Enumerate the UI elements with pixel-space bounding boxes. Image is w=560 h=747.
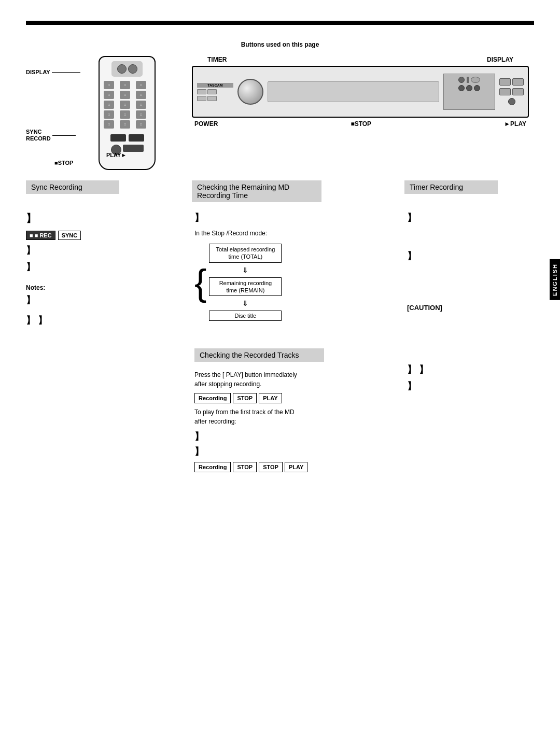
timer-top-label: TIMER [207, 56, 227, 63]
right-bracket-4: 】 [419, 363, 428, 376]
flow-diagram-container: { Total elapsed recording time (TOTAL) ⇓… [194, 242, 391, 322]
button-row-1: Recording STOP PLAY [194, 393, 391, 403]
device-front-panel: TASCAM [192, 66, 529, 118]
top-rule [26, 21, 534, 25]
first-track-instruction: To play from the first track of the MD a… [194, 407, 391, 426]
bracket-final-2: 】 [38, 314, 47, 327]
stop-label-device: ■STOP [351, 120, 371, 128]
rec-sync-buttons: ■ ■ REC SYNC [26, 231, 179, 240]
sync-recording-content: 】 ■ ■ REC SYNC 】 】 Notes: 】 [26, 212, 187, 476]
display-top-label: DISPLAY [487, 56, 513, 63]
notes-label: Notes: [26, 284, 45, 291]
play-button-2: PLAY [285, 462, 307, 472]
bracket-notes: 】 [26, 295, 35, 305]
center-bracket-2: 】 [194, 431, 204, 442]
remote-section: DISPLAY □□□ □□□ □□□ □□□ □□□ [26, 56, 187, 170]
right-bracket-5: 】 [407, 381, 416, 391]
flow-box-remain: Remaining recording time (REMAIN) [209, 277, 282, 297]
bracket-3: 】 [26, 262, 35, 272]
play-label-device: ►PLAY [504, 120, 526, 128]
stop-button-3: STOP [259, 462, 283, 472]
stop-label-left: ■STOP [54, 160, 73, 166]
flow-box-total: Total elapsed recording time (TOTAL) [209, 244, 282, 263]
flow-box-disc: Disc title [209, 311, 282, 321]
sync-recording-header: Sync Recording [26, 180, 119, 194]
stop-button-2: STOP [233, 462, 257, 472]
checking-remaining-header: Checking the Remaining MD Recording Time [192, 180, 321, 202]
bracket-1: 】 [26, 212, 36, 225]
center-column-content: 】 In the Stop /Record mode: { Total elap… [187, 212, 399, 476]
rec-button-display: ■ ■ REC [26, 231, 55, 240]
sync-record-label: SYNCRECORD [26, 129, 76, 142]
right-bracket-1: 】 [407, 213, 416, 223]
display-label-left: DISPLAY [26, 69, 80, 75]
flow-arrow-1: ⇓ [209, 266, 282, 274]
recording-button-1: Recording [194, 393, 231, 403]
english-sidebar-label: ENGLISH [550, 259, 560, 300]
buttons-used-label: Buttons used on this page [241, 41, 319, 48]
caution-label: [CAUTION] [407, 304, 442, 312]
timer-recording-header: Timer Recording [404, 180, 498, 194]
stop-button-1: STOP [233, 393, 257, 403]
device-section: TIMER DISPLAY TASCAM [187, 56, 534, 128]
power-label: POWER [194, 120, 218, 128]
recording-button-2: Recording [194, 462, 231, 472]
flow-arrow-2: ⇓ [209, 299, 282, 307]
stop-record-mode-label: In the Stop /Record mode: [194, 229, 391, 237]
play-instruction: Press the [ PLAY] button immediately aft… [194, 370, 391, 389]
center-bracket-1: 】 [194, 213, 204, 223]
checking-recorded-header: Checking the Recorded Tracks [194, 348, 324, 362]
bracket-2: 】 [26, 245, 35, 256]
center-bracket-3: 】 [194, 446, 204, 457]
curly-bracket-left: { [194, 264, 206, 301]
sync-button-display: SYNC [58, 231, 81, 240]
flow-boxes: Total elapsed recording time (TOTAL) ⇓ R… [209, 242, 282, 322]
right-bracket-3: 】 [407, 363, 416, 376]
bracket-final-1: 】 [26, 314, 35, 327]
right-bracket-2: 】 [407, 251, 416, 261]
play-label-left: PLAY► [106, 152, 127, 158]
right-column-content: 】 】 [CAUTION] 】 】 】 [399, 212, 534, 476]
button-row-2: Recording STOP STOP PLAY [194, 462, 391, 472]
play-button-1: PLAY [259, 393, 282, 403]
